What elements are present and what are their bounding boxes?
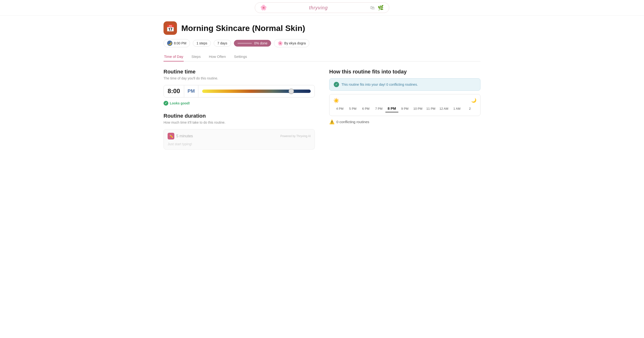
tab-how-often[interactable]: How Often [208, 52, 226, 62]
steps-badge: 1 steps [193, 40, 211, 46]
looks-good-label: Looks good! [170, 101, 190, 105]
tab-steps[interactable]: Steps [191, 52, 201, 62]
hour-6pm: 6 PM [359, 106, 372, 112]
time-ampm-toggle[interactable]: PM [184, 85, 198, 97]
duration-value: 5 minutes [176, 134, 193, 138]
routine-duration-title: Routine duration [164, 113, 315, 119]
right-column: How this routine fits into today ✓ This … [329, 69, 480, 150]
two-col-layout: Routine time The time of day you'll do t… [164, 69, 480, 150]
author-badge: 🌸 By ekya dogra [274, 39, 310, 47]
duration-top-row: ✏️ 5 minutes Powered by Thryving AI [168, 133, 311, 140]
progress-bar [238, 43, 252, 44]
time-slider[interactable] [202, 90, 311, 93]
nav-icons-right: 🛍 🌿 [370, 5, 384, 10]
leaf-icon[interactable]: 🌿 [378, 5, 384, 10]
page-icon: 📅 [164, 21, 177, 35]
fit-success-banner: ✓ This routine fits into your day! 0 con… [329, 78, 480, 91]
pencil-icon: ✏️ [168, 133, 174, 140]
duration-left: ✏️ 5 minutes [168, 133, 193, 140]
fit-section-title: How this routine fits into today [329, 69, 480, 75]
left-column: Routine time The time of day you'll do t… [164, 69, 315, 150]
powered-by-label: Powered by Thryving AI [280, 134, 311, 138]
conflicting-row: ⚠️ 0 conflicting routines [329, 119, 480, 124]
time-value-display[interactable]: 8:00 [164, 85, 184, 97]
sun-icon: ☀️ [333, 98, 339, 104]
hour-2: 2 [464, 106, 476, 112]
top-nav: 🌸 thryving 🛍 🌿 [0, 0, 644, 16]
author-label: By ekya dogra [284, 41, 306, 45]
time-input-row: 8:00 PM [164, 85, 315, 98]
moon-timeline-icon: 🌙 [471, 98, 476, 104]
fit-check-icon: ✓ [334, 82, 339, 87]
progress-label: 0% done [254, 41, 268, 45]
timeline-box: ☀️ 🌙 4 PM 5 PM 6 PM 7 PM 8 PM 9 PM 10 PM… [329, 94, 480, 116]
hour-9pm: 9 PM [398, 106, 411, 112]
moon-icon: 🌙 [167, 40, 172, 46]
routine-duration-subtitle: How much time it'll take to do this rout… [164, 120, 315, 124]
page-title: Morning Skincare (Normal Skin) [181, 24, 305, 33]
time-badge-value: 8:00 PM [174, 41, 186, 45]
routine-time-subtitle: The time of day you'll do this routine. [164, 76, 315, 80]
time-badge: 🌙 8:00 PM [164, 39, 190, 47]
routine-time-title: Routine time [164, 69, 315, 75]
tab-settings[interactable]: Settings [234, 52, 248, 62]
brand-name: thryving [309, 5, 328, 10]
hour-10pm: 10 PM [411, 106, 424, 112]
steps-badge-value: 1 steps [196, 41, 207, 45]
fit-success-message: This routine fits into your day! 0 confl… [342, 82, 418, 86]
days-badge: 7 days [214, 40, 231, 46]
timeline-hours: 4 PM 5 PM 6 PM 7 PM 8 PM 9 PM 10 PM 11 P… [333, 105, 476, 112]
hour-5pm: 5 PM [346, 106, 359, 112]
slider-thumb [288, 88, 294, 94]
nav-logo-left-icon: 🌸 [260, 4, 267, 11]
hour-12am: 12 AM [438, 106, 450, 112]
time-slider-container[interactable] [198, 90, 314, 93]
progress-badge: 0% done [234, 40, 271, 46]
timeline-icons-row: ☀️ 🌙 [333, 98, 476, 104]
looks-good-indicator: ✓ Looks good! [164, 101, 315, 106]
hour-1am: 1 AM [450, 106, 464, 112]
author-leaf-icon: 🌸 [278, 40, 283, 46]
warning-icon: ⚠️ [329, 119, 334, 124]
duration-text-input[interactable] [168, 142, 311, 146]
tab-time-of-day[interactable]: Time of Day [164, 52, 184, 62]
bag-icon[interactable]: 🛍 [370, 5, 375, 10]
check-circle-icon: ✓ [164, 101, 168, 106]
hour-11pm: 11 PM [424, 106, 437, 112]
hour-7pm: 7 PM [372, 106, 386, 112]
duration-box: ✏️ 5 minutes Powered by Thryving AI [164, 129, 315, 150]
hour-4pm: 4 PM [333, 106, 346, 112]
tabs: Time of Day Steps How Often Settings [164, 52, 480, 62]
days-badge-value: 7 days [217, 41, 227, 45]
page-header: 📅 Morning Skincare (Normal Skin) [164, 21, 480, 35]
meta-row: 🌙 8:00 PM 1 steps 7 days 0% done 🌸 By ek… [164, 39, 480, 47]
hour-8pm: 8 PM [386, 105, 398, 112]
conflicting-count: 0 conflicting routines [336, 120, 369, 124]
page-icon-emoji: 📅 [166, 24, 174, 32]
